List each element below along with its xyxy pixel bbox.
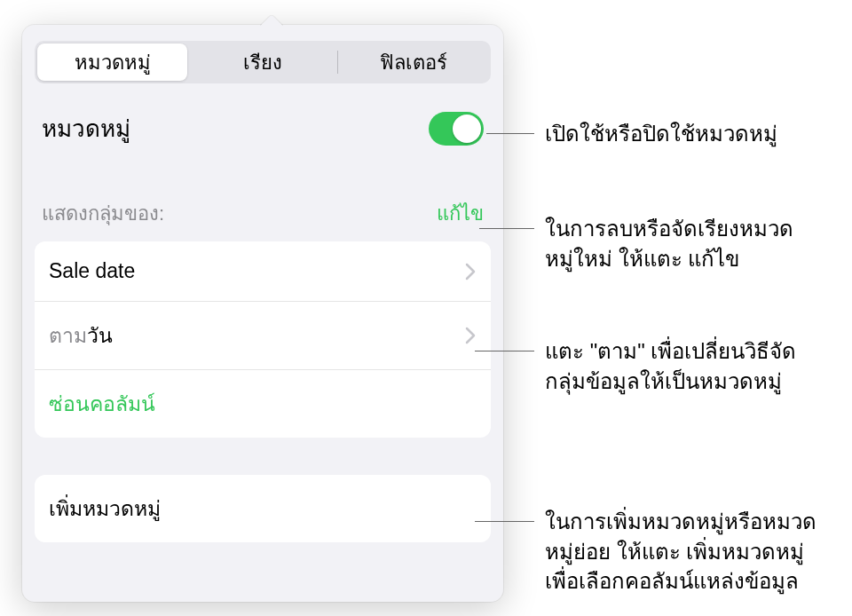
toggle-knob: [453, 115, 481, 143]
callout-edit: ในการลบหรือจัดเรียงหมวด หมู่ใหม่ ให้แตะ …: [545, 214, 793, 273]
segmented-control-wrap: หมวดหมู่ เรียง ฟิลเตอร์: [22, 25, 503, 83]
callout-add: ในการเพิ่มหมวดหมู่หรือหมวด หมู่ย่อย ให้แ…: [545, 507, 816, 596]
by-prefix: ตาม: [49, 324, 87, 347]
callout-by-text-b: กลุ่มข้อมูลให้เป็นหมวดหมู่: [545, 369, 782, 393]
tab-sort[interactable]: เรียง: [187, 43, 337, 81]
callout-add-text-b: หมู่ย่อย ให้แตะ เพิ่มหมวดหมู่: [545, 540, 804, 564]
callout-toggle: เปิดใช้หรือปิดใช้หมวดหมู่: [545, 119, 777, 149]
tab-filter[interactable]: ฟิลเตอร์: [338, 43, 488, 81]
segmented-control: หมวดหมู่ เรียง ฟิลเตอร์: [35, 41, 491, 83]
tab-categories-label: หมวดหมู่: [75, 47, 151, 78]
row-source-label: Sale date: [49, 259, 135, 283]
chevron-right-icon: [464, 326, 477, 345]
callout-add-text-c: เพื่อเลือกคอลัมน์แหล่งข้อมูล: [545, 569, 799, 593]
callout-add-text-a: ในการเพิ่มหมวดหมู่หรือหมวด: [545, 509, 816, 533]
row-source-column[interactable]: Sale date: [35, 241, 491, 302]
edit-button[interactable]: แก้ไข: [437, 198, 484, 229]
tab-filter-label: ฟิลเตอร์: [380, 47, 447, 78]
add-category-group: เพิ่มหมวดหมู่: [35, 475, 491, 542]
show-groups-label: แสดงกลุ่มของ:: [42, 198, 164, 229]
callout-line-1: [486, 133, 534, 134]
row-group-by[interactable]: ตามวัน: [35, 302, 491, 370]
groups-subheader: แสดงกลุ่มของ: แก้ไข: [22, 155, 503, 236]
row-group-by-label: ตามวัน: [49, 320, 113, 351]
tab-sort-label: เรียง: [243, 47, 282, 78]
categories-title: หมวดหมู่: [42, 110, 130, 146]
callout-by: แตะ "ตาม" เพื่อเปลี่ยนวิธีจัด กลุ่มข้อมู…: [545, 336, 796, 396]
callout-toggle-text: เปิดใช้หรือปิดใช้หมวดหมู่: [545, 122, 777, 146]
callout-line-2: [479, 228, 534, 229]
callout-line-3: [475, 351, 534, 351]
add-category-button[interactable]: เพิ่มหมวดหมู่: [35, 475, 491, 542]
categories-toggle[interactable]: [429, 112, 484, 146]
categories-header: หมวดหมู่: [22, 83, 503, 155]
callout-by-text-a: แตะ "ตาม" เพื่อเปลี่ยนวิธีจัด: [545, 339, 796, 363]
add-category-label: เพิ่มหมวดหมู่: [49, 493, 161, 525]
by-value: วัน: [87, 324, 113, 347]
callout-line-4: [475, 521, 534, 522]
chevron-right-icon: [464, 262, 477, 281]
tab-categories[interactable]: หมวดหมู่: [37, 43, 187, 81]
popover-arrow: [260, 14, 283, 26]
category-list: Sale date ตามวัน ซ่อนคอลัมน์: [35, 241, 491, 438]
hide-column-label: ซ่อนคอลัมน์: [49, 388, 155, 420]
row-hide-column[interactable]: ซ่อนคอลัมน์: [35, 370, 491, 438]
categories-popover: หมวดหมู่ เรียง ฟิลเตอร์ หมวดหมู่ แสดงกลุ…: [22, 25, 503, 602]
callout-edit-text-b: หมู่ใหม่ ให้แตะ แก้ไข: [545, 247, 739, 271]
callout-edit-text-a: ในการลบหรือจัดเรียงหมวด: [545, 217, 793, 241]
